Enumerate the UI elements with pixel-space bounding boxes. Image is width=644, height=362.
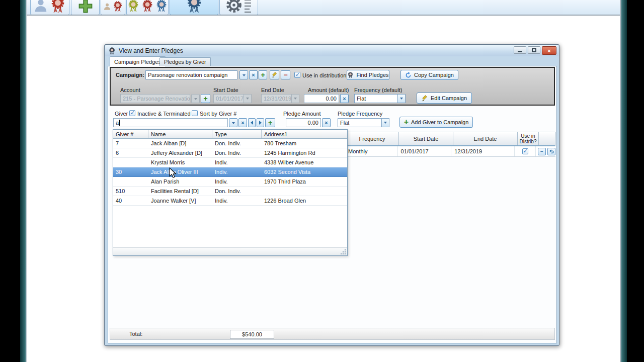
pledge-cell-end-date[interactable]: 12/31/2019 xyxy=(451,146,515,156)
end-date-value: 12/31/2019 xyxy=(264,96,291,102)
use-in-distribution-checkbox[interactable] xyxy=(294,72,300,78)
giver-row[interactable]: 6Jeffery Alexander [D]Don. Indiv.1245 Ha… xyxy=(113,148,347,158)
add-plus-icon xyxy=(78,0,93,14)
campaign-edit-button[interactable] xyxy=(270,70,279,79)
pledge-row[interactable]: Monthly 01/01/2017 12/31/2019 − xyxy=(345,146,555,157)
amount-default-input[interactable]: 0.00 xyxy=(304,94,339,103)
giver-col-name[interactable]: Name xyxy=(148,130,212,138)
giver-cell-giver_no[interactable] xyxy=(113,158,148,167)
edit-campaign-button[interactable]: Edit Campaign xyxy=(417,93,472,104)
giver-col-number[interactable]: Giver # xyxy=(113,130,148,138)
giver-cell-address[interactable]: 1970 Third Plaza xyxy=(262,177,347,186)
campaign-dropdown-button[interactable] xyxy=(239,70,248,79)
giver-cell-type[interactable]: Indiv. xyxy=(212,196,262,205)
pledge-col-use-in-distrib[interactable]: Use in Distrib? xyxy=(518,132,539,145)
giver-row[interactable]: Krystal MorrisIndiv.4338 Wilber Avenue xyxy=(113,158,347,167)
pledge-cell-start-date[interactable]: 01/01/2017 xyxy=(398,146,452,156)
amount-clear-button[interactable]: × xyxy=(340,94,349,103)
giver-next-button[interactable] xyxy=(257,118,264,127)
campaign-add-button[interactable]: + xyxy=(259,70,267,79)
giver-cell-address[interactable]: 1226 Broad Glen xyxy=(262,196,347,205)
giver-dropdown-button[interactable] xyxy=(229,118,237,127)
pledge-frequency-combobox[interactable]: Flat xyxy=(338,118,389,127)
end-date-combobox: 12/31/2019 xyxy=(261,94,299,103)
giver-cell-giver_no[interactable]: 30 xyxy=(113,167,148,176)
pledge-cell-frequency[interactable]: Monthly xyxy=(345,146,398,156)
giver-cell-name[interactable]: Alan Parish xyxy=(148,177,212,186)
tab-campaign-pledges[interactable]: Campaign Pledges xyxy=(110,56,166,66)
giver-col-type[interactable]: Type xyxy=(212,130,262,138)
campaign-combobox[interactable]: Parsonage renovation campaign xyxy=(145,70,237,79)
copy-campaign-button[interactable]: Copy Campaign xyxy=(400,70,458,80)
giver-cell-giver_no[interactable]: 6 xyxy=(113,148,148,157)
toolbar-settings-button[interactable] xyxy=(219,0,258,15)
pledge-cell-use-in-distrib[interactable] xyxy=(515,146,536,156)
giver-cell-name[interactable]: Jeffery Alexander [D] xyxy=(148,148,212,157)
frequency-default-value: Flat xyxy=(357,96,366,102)
giver-cell-type[interactable]: Indiv. xyxy=(212,177,262,186)
tab-pledges-by-giver[interactable]: Pledges by Giver xyxy=(159,57,211,66)
giver-cell-giver_no[interactable]: 40 xyxy=(113,196,148,205)
pledge-remove-button[interactable]: − xyxy=(538,148,546,155)
giver-cell-type[interactable]: Don. Indiv. xyxy=(212,187,262,196)
clear-x-icon: × xyxy=(343,96,346,102)
sort-by-giver-checkbox[interactable] xyxy=(192,110,198,116)
add-giver-to-campaign-button[interactable]: + Add Giver to Campaign xyxy=(399,117,473,128)
dialog-titlebar[interactable]: View and Enter Pledges × xyxy=(105,45,558,56)
pledge-col-start-date[interactable]: Start Date xyxy=(399,132,453,145)
campaign-label: Campaign: xyxy=(116,72,144,78)
giver-cell-giver_no[interactable]: 7 xyxy=(113,139,148,148)
toolbar-person-ribbon-small-button[interactable] xyxy=(101,0,125,15)
giver-cell-address[interactable]: 780 Tresham xyxy=(262,139,347,148)
minimize-button[interactable] xyxy=(514,46,526,54)
giver-prev-button[interactable] xyxy=(248,118,256,127)
giver-cell-address[interactable]: 6032 Second Vista xyxy=(262,167,347,176)
use-in-distrib-checkbox[interactable] xyxy=(522,148,528,154)
pledge-amount-clear-button[interactable]: × xyxy=(322,118,331,127)
giver-cell-address[interactable]: 4338 Wilber Avenue xyxy=(262,158,347,167)
giver-add-button[interactable]: + xyxy=(265,118,275,127)
toolbar-add-button[interactable] xyxy=(71,0,100,15)
pledge-col-frequency[interactable]: Frequency xyxy=(346,132,399,145)
inactive-terminated-checkbox[interactable] xyxy=(129,110,135,116)
giver-search-input[interactable]: a xyxy=(113,118,228,127)
start-date-value: 01/01/2017 xyxy=(216,96,244,102)
pledge-undo-button[interactable] xyxy=(547,148,555,155)
giver-cell-name[interactable]: Jack Alban [D] xyxy=(148,139,212,148)
giver-row[interactable]: 510Facilities Rental [D]Don. Indiv. xyxy=(113,187,347,196)
account-add-button[interactable]: + xyxy=(201,94,210,103)
campaign-clear-button[interactable]: × xyxy=(249,70,258,79)
giver-cell-name[interactable]: Joanne Walker [V] xyxy=(148,196,212,205)
giver-cell-giver_no[interactable]: 510 xyxy=(113,187,148,196)
frequency-default-combobox[interactable]: Flat xyxy=(354,94,406,103)
toolbar-person-ribbon-button[interactable] xyxy=(30,0,69,15)
account-label: Account xyxy=(120,87,140,93)
giver-cell-type[interactable]: Indiv. xyxy=(212,167,262,176)
right-letterbox xyxy=(627,0,644,362)
giver-cell-address[interactable]: 1245 Harmington Rd xyxy=(262,148,347,157)
giver-cell-name[interactable]: Jack Allen Oliver III xyxy=(148,167,212,176)
giver-cell-type[interactable]: Don. Indiv. xyxy=(212,139,262,148)
amount-default-label: Amount (default) xyxy=(308,87,349,93)
giver-row[interactable]: 40Joanne Walker [V]Indiv.1226 Broad Glen xyxy=(113,196,347,206)
giver-cell-name[interactable]: Krystal Morris xyxy=(148,158,212,167)
maximize-button[interactable] xyxy=(528,46,540,54)
pledge-col-end-date[interactable]: End Date xyxy=(453,132,518,145)
giver-row[interactable]: 7Jack Alban [D]Don. Indiv.780 Tresham xyxy=(113,139,347,148)
giver-row[interactable]: 30Jack Allen Oliver IIIIndiv.6032 Second… xyxy=(113,167,347,177)
giver-cell-address[interactable] xyxy=(262,187,347,196)
giver-cell-type[interactable]: Indiv. xyxy=(212,158,262,167)
campaign-remove-button[interactable]: − xyxy=(281,70,290,79)
pledge-amount-input[interactable]: 0.00 xyxy=(286,118,321,127)
giver-cell-type[interactable]: Don. Indiv. xyxy=(212,148,262,157)
toolbar-pledges-button-selected[interactable] xyxy=(170,0,218,15)
giver-col-address[interactable]: Address1 xyxy=(262,130,347,138)
resize-grip-icon[interactable] xyxy=(341,249,346,254)
giver-cell-giver_no[interactable] xyxy=(113,177,148,186)
giver-clear-button[interactable]: × xyxy=(238,118,247,127)
giver-row[interactable]: Alan ParishIndiv.1970 Third Plaza xyxy=(113,177,347,187)
close-button[interactable]: × xyxy=(542,46,556,55)
find-pledges-button[interactable]: Find Pledges xyxy=(347,70,389,80)
giver-cell-name[interactable]: Facilities Rental [D] xyxy=(148,187,212,196)
toolbar-three-ribbons-button[interactable] xyxy=(126,0,169,15)
